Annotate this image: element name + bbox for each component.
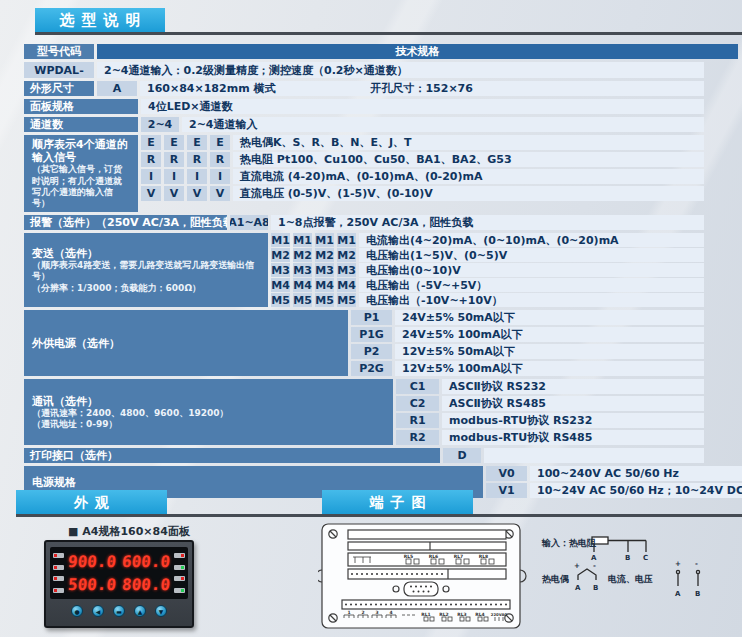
appearance-title: 外观 bbox=[16, 490, 167, 514]
model-code-header: 型号代码 bbox=[24, 44, 94, 59]
code-cell: P1 bbox=[351, 310, 392, 325]
relay-label: RL1 bbox=[421, 612, 430, 617]
led-readout-ch3: 500.0 bbox=[67, 575, 117, 594]
channels-code: 2~4 bbox=[141, 117, 179, 132]
channel-indicator bbox=[53, 565, 64, 570]
panel-caption: ■ A4规格160×84面板 bbox=[68, 524, 190, 539]
comm-desc: ASCⅡ协议 RS232 bbox=[442, 379, 704, 394]
code-cell: M1 bbox=[271, 233, 290, 247]
code-cell: M5 bbox=[337, 293, 356, 307]
code-cell: M5 bbox=[293, 293, 312, 307]
plus-sign: + bbox=[675, 560, 681, 568]
print-row: 打印接口（选件） D bbox=[24, 448, 704, 463]
power-row-v0: V0 100~240V AC 50/60 Hz bbox=[486, 466, 742, 481]
panel-label: 面板规格 bbox=[24, 99, 138, 114]
comm-title: 通讯（选件） bbox=[32, 395, 98, 408]
code-cell: V bbox=[187, 186, 207, 201]
ext-power-row-p2: P2 12V±5% 50mA以下 bbox=[351, 344, 704, 359]
code-cell: V bbox=[164, 186, 184, 201]
tc-terminal-a: A bbox=[575, 584, 581, 592]
header-rule bbox=[35, 32, 742, 35]
code-cell: M5 bbox=[315, 293, 334, 307]
code-cell: M1 bbox=[315, 233, 334, 247]
signal-row-v: V V V V 直流电压 (0-5)V、(1-5)V、(0-10)V bbox=[141, 186, 704, 201]
status-indicator bbox=[174, 588, 185, 593]
ext-power-row-p1g: P1G 24V±5% 100mA以下 bbox=[351, 327, 704, 342]
comm-desc: ASCⅡ协议 RS485 bbox=[442, 396, 704, 411]
alarm-code: A1~A8 bbox=[230, 215, 268, 230]
code-cell: M4 bbox=[315, 278, 334, 292]
signals-label: 顺序表示4个通道的输入信号 （其它输入信号，订货时说明；有几个通道就写几个通道的… bbox=[24, 135, 138, 212]
channels-row: 通道数 2~4 2~4通道输入 bbox=[24, 117, 704, 132]
comm-note1: （通讯速率：2400、4800、9600、19200） bbox=[32, 408, 228, 419]
power-desc: 10~24V AC 50/60 Hz；10~24V DC bbox=[530, 483, 742, 498]
print-desc bbox=[484, 448, 704, 463]
power-row-v1: V1 10~24V AC 50/60 Hz；10~24V DC bbox=[486, 483, 742, 498]
transmit-row-m1: M1 M1 M1 M1 电流输出(4~20)mA、(0~10)mA、(0~20)… bbox=[271, 233, 704, 247]
transmit-desc: 电压输出（-5V~+5V） bbox=[359, 278, 704, 292]
legend-iv-label: 电流、电压 bbox=[608, 574, 653, 584]
cutout-dims: 开孔尺寸：152×76 bbox=[370, 81, 473, 96]
iv-terminal-b: B bbox=[695, 590, 700, 598]
print-label: 打印接口（选件） bbox=[24, 448, 440, 463]
ext-power-desc: 24V±5% 50mA以下 bbox=[395, 310, 704, 325]
rtd-symbol-icon bbox=[592, 537, 646, 552]
signal-row-e: E E E E 热电偶K、S、R、B、N、E、J、T bbox=[141, 135, 704, 150]
datasheet-page: 选型说明 型号代码 技术规格 WPDAL- 2~4通道输入：0.2级测量精度；测… bbox=[0, 0, 742, 637]
tech-spec-header: 技术规格 bbox=[97, 44, 738, 59]
transmit-row-m3: M3 M3 M3 M3 电压输出(0~10)V bbox=[271, 263, 704, 277]
led-readout-ch2: 600.0 bbox=[121, 552, 171, 571]
status-indicator bbox=[174, 553, 185, 558]
relay-label: RL7 bbox=[454, 554, 463, 559]
relay-label: RL8 bbox=[479, 554, 488, 559]
relay-label: RL2 bbox=[439, 612, 448, 617]
alarm-row: 报警（选件）（250V AC/3A，阻性负载） A1~A8 1~8点报警，250… bbox=[24, 215, 704, 230]
code-cell: C1 bbox=[396, 379, 439, 394]
channel-indicator bbox=[53, 553, 64, 558]
channels-desc: 2~4通道输入 bbox=[182, 117, 704, 132]
comm-desc: modbus-RTU协议 RS485 bbox=[442, 430, 704, 445]
code-cell: M5 bbox=[271, 293, 290, 307]
set-button: ▬ bbox=[113, 605, 125, 617]
channel-label: 2 bbox=[361, 610, 364, 615]
terminal-diagram: RL5 RL6 RL7 RL8 1 2 3 4 RL1 RL2 RL3 RL4 … bbox=[318, 520, 534, 632]
power-title: 电源规格 bbox=[32, 476, 76, 489]
size-dims: 160×84×182mm 横式 bbox=[147, 81, 275, 96]
transmit-title: 变送（选件） bbox=[32, 247, 98, 260]
minus-sign: - bbox=[695, 560, 698, 568]
channels-label: 通道数 bbox=[24, 117, 138, 132]
current-voltage-symbol-icon bbox=[676, 570, 699, 586]
transmit-desc: 电压输出(0~10)V bbox=[359, 263, 704, 277]
transmit-row-m2: M2 M2 M2 M2 电压输出(1~5)V、(0~5)V bbox=[271, 248, 704, 262]
legend-tc-label: 热电偶 bbox=[541, 574, 569, 584]
rtd-terminal-c: C bbox=[643, 554, 648, 562]
model-row: WPDAL- 2~4通道输入：0.2级测量精度；测控速度（0.2秒×通道数） bbox=[24, 62, 704, 78]
status-indicator bbox=[174, 576, 185, 581]
model-desc: 2~4通道输入：0.2级测量精度；测控速度（0.2秒×通道数） bbox=[97, 62, 704, 78]
rtd-terminal-a: A bbox=[591, 554, 597, 562]
comm-label: 通讯（选件） （通讯速率：2400、4800、9600、19200） （通讯地址… bbox=[24, 379, 393, 445]
led-display-area: 900.0 600.0 500.0 800.0 bbox=[50, 547, 188, 599]
code-cell: R bbox=[210, 152, 230, 167]
relay-label: RL5 bbox=[404, 554, 413, 559]
code-cell: M3 bbox=[315, 263, 334, 277]
transmit-desc: 电流输出(4~20)mA、(0~10)mA、(0~20)mA bbox=[359, 233, 704, 247]
code-cell: E bbox=[210, 135, 230, 150]
mains-label: 220VAC bbox=[491, 612, 508, 617]
code-cell: M4 bbox=[271, 278, 290, 292]
signal-desc: 直流电流 (4-20)mA、(0-10)mA、(0-20)mA bbox=[233, 169, 704, 184]
comm-row-c2: C2 ASCⅡ协议 RS485 bbox=[396, 396, 704, 411]
power-desc: 100~240V AC 50/60 Hz bbox=[530, 466, 742, 481]
code-cell: M4 bbox=[293, 278, 312, 292]
signal-desc: 直流电压 (0-5)V、(1-5)V、(0-10)V bbox=[233, 186, 704, 201]
ext-power-row-p2g: P2G 12V±5% 100mA以下 bbox=[351, 361, 704, 376]
alarm-label: 报警（选件）（250V AC/3A，阻性负载） bbox=[24, 215, 227, 230]
signal-row-i: I I I I 直流电流 (4-20)mA、(0-10)mA、(0-20)mA bbox=[141, 169, 704, 184]
code-cell: V bbox=[210, 186, 230, 201]
code-cell: M2 bbox=[337, 248, 356, 262]
tc-terminal-b: B bbox=[593, 584, 598, 592]
rtd-terminal-b: B bbox=[625, 554, 630, 562]
code-cell: R bbox=[164, 152, 184, 167]
code-cell: P1G bbox=[351, 327, 392, 342]
ext-power-row-p1: P1 24V±5% 50mA以下 bbox=[351, 310, 704, 325]
